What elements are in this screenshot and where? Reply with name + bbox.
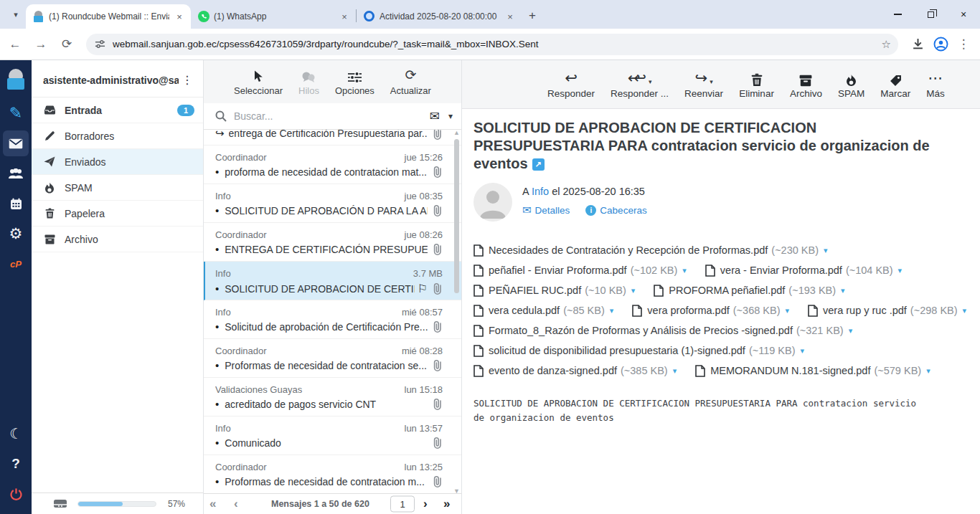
message-row[interactable]: Validaciones Guayas lun 15:18 • acredita… [204, 378, 461, 417]
message-row[interactable]: Coordinador mié 08:28 • Proformas de nec… [204, 339, 461, 378]
attachment-caret-icon[interactable]: ▾ [841, 286, 845, 295]
attachment-caret-icon[interactable]: ▾ [849, 326, 853, 335]
back-button[interactable]: ← [4, 34, 26, 55]
tab-whatsapp[interactable]: (1) WhatsApp × [191, 4, 356, 29]
url-text[interactable]: webmail.sanjuan.gob.ec/cpsess6426731059/… [113, 39, 882, 49]
message-row[interactable]: Info jue 08:35 • SOLICITUD DE APROBACIÓN… [204, 184, 461, 223]
folder-item-borradores[interactable]: Borradores [32, 123, 203, 149]
search-options-chevron-icon[interactable]: ▾ [448, 111, 453, 121]
headers-link[interactable]: Cabeceras [600, 205, 646, 216]
open-external-icon[interactable]: ↗ [532, 158, 545, 171]
search-bar[interactable]: Buscar... ✉ ▾ [204, 103, 461, 130]
recipient-link[interactable]: Info [532, 186, 549, 197]
attachment-caret-icon[interactable]: ▾ [963, 306, 967, 315]
reply-button[interactable]: ↩ Responder [540, 70, 603, 99]
dark-mode-moon-icon[interactable]: ☾ [3, 421, 29, 447]
search-placeholder[interactable]: Buscar... [234, 110, 430, 122]
attachment-item[interactable]: Formato_8_Razón de Proformas y Análisis … [473, 320, 852, 341]
prev-page-button[interactable]: ‹ [234, 497, 238, 511]
scroll-up-icon[interactable]: ▲ [453, 129, 460, 136]
folder-menu-kebab-icon[interactable]: ⋮ [179, 73, 196, 87]
message-row[interactable]: Info 3.7 MB • SOLICITUD DE APROBACION DE… [204, 262, 461, 300]
close-window-button[interactable]: × [947, 0, 980, 29]
attachment-item[interactable]: vera cedula.pdf (~85 KB) ▾ [473, 300, 613, 320]
reply-all-button[interactable]: ↩↩▾ Responder ... [603, 70, 677, 99]
bookmark-star-icon[interactable]: ☆ [882, 38, 891, 51]
attachment-caret-icon[interactable]: ▾ [673, 366, 677, 376]
settings-gear-icon[interactable]: ⚙ [3, 221, 29, 247]
attachment-item[interactable]: vera rup y ruc .pdf (~298 KB) ▾ [808, 300, 966, 320]
attachment-item[interactable]: MEMORANDUM N.181-signed.pdf (~579 KB) ▾ [695, 361, 930, 381]
next-page-button[interactable]: › [423, 497, 428, 511]
attachment-item[interactable]: vera - Enviar Proforma.pdf (~104 KB) ▾ [705, 260, 902, 280]
message-row[interactable]: Coordinador jue 15:26 • proforma de nece… [204, 146, 461, 184]
attachment-caret-icon[interactable]: ▾ [610, 306, 614, 315]
attachment-caret-icon[interactable]: ▾ [824, 246, 828, 255]
contacts-icon[interactable] [3, 161, 29, 186]
attachment-caret-icon[interactable]: ▾ [898, 266, 903, 275]
message-row[interactable]: Info mié 08:57 • Solicitud de aprobación… [204, 300, 461, 339]
message-row[interactable]: Coordinador jue 08:26 • ENTREGA DE CERTI… [204, 223, 461, 262]
mark-button[interactable]: Marcar [872, 70, 918, 99]
tab-search-icon[interactable]: ▾ [6, 4, 26, 24]
browser-menu-icon[interactable]: ⋮ [953, 34, 974, 55]
forward-button[interactable]: → [30, 34, 52, 55]
attachment-caret-icon[interactable]: ▾ [926, 366, 930, 376]
attachment-caret-icon[interactable]: ▾ [682, 266, 687, 275]
more-button[interactable]: ⋯ Más [918, 70, 953, 99]
folder-item-archivo[interactable]: Archivo [32, 227, 203, 252]
tab-close-icon[interactable]: × [174, 11, 185, 22]
options-button[interactable]: Opciones [331, 67, 379, 96]
spam-button[interactable]: SPAM [830, 70, 872, 99]
last-page-button[interactable]: » [443, 497, 450, 511]
list-scrollbar[interactable]: ▲ ▼ [453, 132, 460, 490]
select-button[interactable]: Seleccionar [230, 67, 287, 96]
refresh-button[interactable]: ⟳ Actualizar [386, 67, 435, 96]
tab-roundcube[interactable]: (1) Roundcube Webmail :: Envia × [26, 4, 191, 29]
attachment-item[interactable]: evento de danza-signed.pdf (~385 KB) ▾ [473, 361, 677, 381]
message-row[interactable]: Coordinador lun 13:25 • Proformas de nec… [204, 455, 461, 493]
attachment-item[interactable]: Necesidades de Contratación y Recepción … [473, 240, 828, 260]
minimize-button[interactable] [881, 0, 914, 29]
message-row[interactable]: Info lun 13:57 • Comunicado [204, 417, 461, 455]
details-link[interactable]: Detalles [535, 205, 570, 216]
search-scope-envelope-icon[interactable]: ✉ [430, 109, 440, 124]
tab-close-icon[interactable]: × [504, 11, 516, 22]
address-bar[interactable]: webmail.sanjuan.gob.ec/cpsess6426731059/… [86, 34, 898, 55]
logout-power-icon[interactable] [3, 481, 29, 507]
message-row[interactable]: ↪ entrega de Certificación Presupuestari… [204, 130, 461, 146]
tab-close-icon[interactable]: × [339, 11, 350, 22]
forward-button[interactable]: ↪▾ Reenviar [677, 70, 731, 99]
roundcube-logo-icon[interactable] [5, 69, 27, 90]
attachment-item[interactable]: PROFORMA peñafiel.pdf (~193 KB) ▾ [654, 280, 844, 300]
site-settings-icon[interactable] [95, 39, 105, 49]
tab-actividad[interactable]: Actividad 2025-08-20 08:00:00 × [357, 4, 522, 29]
archive-button[interactable]: Archivo [782, 70, 830, 99]
attachment-item[interactable]: vera proforma.pdf (~368 KB) ▾ [632, 300, 789, 320]
folder-item-spam[interactable]: SPAM [32, 175, 203, 201]
attachment-item[interactable]: solicitud de disponibilidad presupuestar… [473, 341, 804, 361]
attachment-caret-icon[interactable]: ▾ [631, 286, 636, 295]
cpanel-icon[interactable]: cP [3, 251, 29, 277]
threads-button[interactable]: Hilos [294, 67, 324, 96]
folder-item-papelera[interactable]: Papelera [32, 201, 203, 227]
reload-button[interactable]: ⟳ [56, 34, 77, 55]
calendar-icon[interactable] [3, 191, 29, 216]
page-number-input[interactable]: 1 [390, 496, 415, 513]
new-tab-button[interactable]: + [529, 9, 536, 23]
attachment-caret-icon[interactable]: ▾ [785, 306, 789, 315]
attachment-item[interactable]: PEÑAFIEL RUC.pdf (~10 KB) ▾ [473, 280, 635, 300]
folder-item-entrada[interactable]: Entrada 1 [32, 97, 203, 123]
mail-icon[interactable] [3, 130, 29, 156]
help-icon[interactable]: ? [3, 451, 29, 477]
folder-item-enviados[interactable]: Enviados [32, 149, 203, 175]
attachment-item[interactable]: peñafiel - Enviar Proforma.pdf (~102 KB)… [473, 260, 687, 280]
compose-icon[interactable]: ✎ [3, 100, 29, 126]
scrollbar-thumb[interactable] [454, 139, 459, 293]
first-page-button[interactable]: « [209, 497, 216, 511]
restore-button[interactable] [914, 0, 947, 29]
attachment-caret-icon[interactable]: ▾ [801, 346, 805, 356]
delete-button[interactable]: Eliminar [731, 70, 782, 99]
downloads-icon[interactable] [907, 34, 928, 55]
profile-icon[interactable] [930, 34, 951, 55]
